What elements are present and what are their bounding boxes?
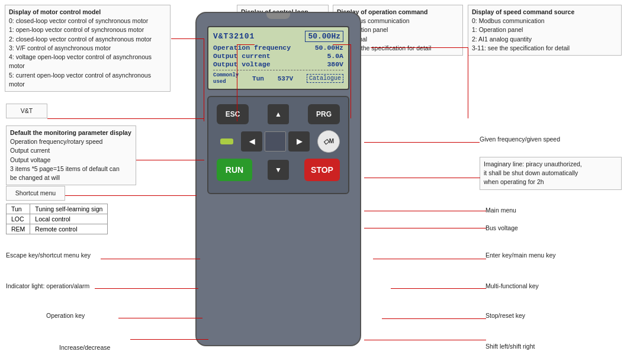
screen-row2-label: Output current [213, 52, 271, 60]
main-menu-label: Main menu [485, 206, 516, 215]
monitoring-title: Default the monitoring parameter display [10, 129, 131, 136]
motor-line-3: 3: V/F control of asynchronous motor [9, 44, 111, 51]
screen-row3-value: 380V [327, 60, 343, 68]
key-row-1: ESC ▲ PRG [217, 104, 340, 124]
tun-label: Tun [7, 204, 30, 214]
motor-line-0: 0: closed-loop vector control of synchro… [9, 17, 148, 24]
line-ctrl-loop [237, 44, 237, 121]
mon-line-2: Output current [10, 147, 50, 154]
device-screen: V&T32101 50.00Hz Operation frequency 50.… [207, 26, 349, 90]
keypad-area: ESC ▲ PRG ◀ ▶ ◇ M RUN ▼ STOP [207, 96, 349, 194]
tun-desc: Tuning self-learning sign [30, 204, 108, 214]
motor-control-title: Display of motor control model [9, 8, 101, 15]
speed-cmd-1: 1: Operation panel [472, 26, 523, 33]
up-button[interactable]: ▲ [268, 104, 289, 124]
line-motor-v [204, 38, 204, 121]
left-button[interactable]: ◀ [241, 131, 262, 152]
right-button[interactable]: ▶ [288, 131, 310, 152]
line-imaginary [364, 178, 480, 178]
screen-freq-top: 50.00Hz [305, 31, 343, 42]
motor-line-1: 1: open-loop vector control of synchrono… [9, 26, 144, 33]
shortcut-menu-label: Shortcut menu [15, 189, 56, 197]
indicator-light-label: Indicator light: operation/alarm [6, 282, 89, 291]
screen-row2-value: 5.0A [327, 52, 343, 60]
screen-catalogue: Catalogue [307, 74, 343, 83]
multi-functional-label: Multi-functional key [485, 282, 539, 291]
screen-model: V&T32101 [213, 32, 255, 41]
nav-center [265, 131, 286, 152]
m-icon: ◇ [323, 137, 329, 146]
line-vt [47, 118, 204, 119]
line-speed-cmd-h [371, 47, 468, 48]
given-freq-label: Given frequency/given speed [480, 135, 560, 144]
line-esc-key [101, 259, 200, 259]
rem-label: REM [7, 224, 30, 234]
line-multi-func [391, 288, 486, 289]
line-stop-reset [382, 318, 486, 319]
mode-table: Tun Tuning self-learning sign LOC Local … [6, 204, 108, 234]
lr-buttons: ◀ ▶ [241, 131, 310, 152]
stop-button[interactable]: STOP [304, 159, 340, 181]
motor-line-4: 4: voltage open-loop vector control of a… [9, 53, 152, 69]
line-op-key [118, 318, 202, 318]
run-button[interactable]: RUN [217, 159, 252, 181]
esc-button[interactable]: ESC [217, 104, 249, 124]
stop-reset-label: Stop/reset key [485, 311, 525, 320]
imaginary-line-callout: Imaginary line: piracy unauthorized,it s… [480, 157, 622, 190]
prg-button[interactable]: PRG [308, 104, 340, 124]
mon-line-5: be changed at will [10, 174, 60, 181]
vt-label: V&T [21, 107, 33, 114]
screen-tun: Tun [252, 75, 264, 82]
key-row-2: ◀ ▶ ◇ M [217, 130, 340, 153]
down-button[interactable]: ▼ [268, 160, 289, 180]
speed-cmd-0: 0: Modbus communication [472, 17, 545, 24]
motor-line-2: 2: closed-loop vector control of asynchr… [9, 36, 152, 43]
mon-line-4: 3 items *5 page=15 items of default can [10, 165, 120, 172]
rem-desc: Remote control [30, 224, 108, 234]
motor-control-callout: Display of motor control model 0: closed… [5, 5, 171, 92]
screen-bus-val: 537V [278, 75, 293, 82]
line-inc-dec [130, 339, 208, 340]
mon-line-1: Operation frequency/rotary speed [10, 138, 102, 145]
m-label: M [329, 138, 334, 144]
shortcut-menu-box: Shortcut menu [6, 186, 65, 201]
line-speed-cmd-v [468, 47, 468, 118]
speed-cmd-311: 3-11: see the specification for detail [472, 44, 570, 51]
speed-cmd-2: 2: AI1 analog quantity [472, 36, 532, 43]
escape-key-label: Escape key/shortcut menu key [6, 251, 91, 260]
increase-decrease-label: Increase/decrease [59, 343, 110, 352]
enter-key-label: Enter key/main menu key [485, 251, 555, 260]
speed-command-callout: Display of speed command source 0: Modbu… [468, 5, 622, 56]
operation-key-label: Operation key [46, 311, 85, 320]
line-indicator [95, 288, 198, 289]
bus-voltage-label: Bus voltage [485, 224, 518, 233]
device: V&T32101 50.00Hz Operation frequency 50.… [195, 12, 361, 346]
line-enter-key [373, 259, 486, 259]
line-motor-h [171, 38, 204, 39]
line-given-freq [364, 142, 480, 143]
device-notch [266, 13, 290, 19]
loc-desc: Local control [30, 214, 108, 224]
motor-line-5: 5: current open-loop vector control of a… [9, 72, 151, 88]
line-main-menu [364, 211, 486, 211]
monitoring-params-callout: Default the monitoring parameter display… [6, 125, 136, 185]
m-button[interactable]: ◇ M [317, 130, 340, 153]
vt-label-box: V&T [6, 104, 47, 118]
line-bus-voltage [364, 228, 486, 228]
mon-line-3: Output voltage [10, 156, 50, 163]
key-row-3: RUN ▼ STOP [217, 159, 340, 181]
line-op-cmd-v [351, 44, 351, 118]
line-ctrl-loop-h [237, 44, 255, 45]
line-shortcut [65, 195, 197, 196]
shift-lr-label: Shift left/shift right [485, 342, 535, 351]
line-mon-params [136, 160, 204, 160]
line-shift-lr [364, 340, 486, 340]
line-op-cmd-h [333, 44, 351, 45]
screen-commonly-used: Commonly used [213, 72, 239, 85]
speed-cmd-title: Display of speed command source [472, 8, 574, 15]
loc-label: LOC [7, 214, 30, 224]
screen-row3-label: Output voltage [213, 60, 271, 68]
indicator-light [220, 138, 233, 144]
